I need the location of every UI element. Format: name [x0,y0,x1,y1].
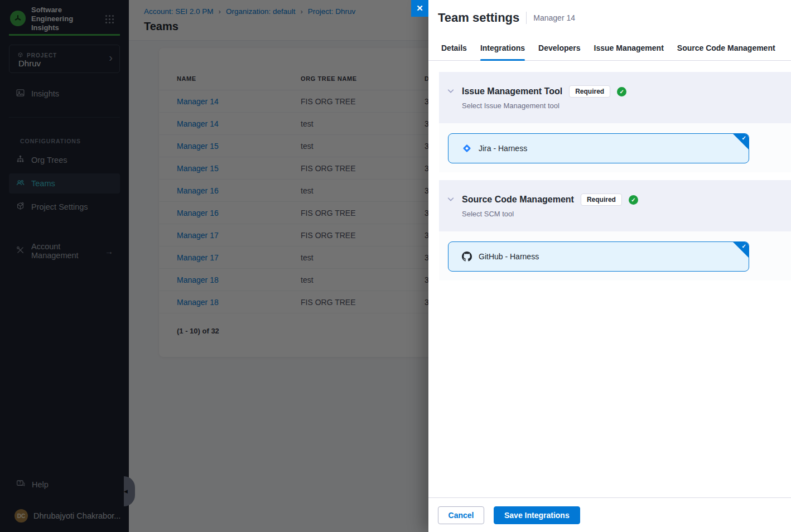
section-complete-check-icon: ✓ [629,195,638,205]
chevron-down-icon[interactable] [447,87,455,97]
jira-icon [462,143,472,153]
selected-corner [732,133,749,150]
drawer-subtitle: Manager 14 [533,13,575,22]
section-card-list: Jira - Harness ✓ [439,123,791,172]
section-complete-check-icon: ✓ [617,87,626,96]
tab-issue-management[interactable]: Issue Management [594,35,664,60]
drawer-body: Issue Management Tool Required ✓ Select … [428,61,791,280]
team-settings-drawer: Team settings Manager 14 Details Integra… [428,0,791,532]
issue-management-section: Issue Management Tool Required ✓ Select … [439,72,791,172]
drawer-footer: Cancel Save Integrations [428,497,791,532]
section-subtitle: Select SCM tool [462,210,638,218]
close-drawer-button[interactable]: ✕ [411,0,428,17]
drawer-tabs: Details Integrations Developers Issue Ma… [428,35,791,61]
cancel-button[interactable]: Cancel [438,506,484,524]
required-badge: Required [581,194,622,206]
selected-check-icon: ✓ [742,243,746,249]
section-card-list: GitHub - Harness ✓ [439,231,791,280]
title-divider [526,12,527,24]
integration-card-label: Jira - Harness [479,144,527,153]
drawer-title: Team settings [438,11,519,25]
section-title: Issue Management Tool [462,86,562,96]
section-title: Source Code Management [462,195,574,205]
modal-backdrop[interactable] [0,0,428,532]
tab-source-code-management[interactable]: Source Code Management [677,35,775,60]
integration-card-label: GitHub - Harness [479,252,539,261]
section-header: Issue Management Tool Required ✓ Select … [439,72,791,123]
tab-details[interactable]: Details [441,35,467,60]
source-code-management-section: Source Code Management Required ✓ Select… [439,180,791,280]
selected-check-icon: ✓ [742,135,746,141]
tab-integrations[interactable]: Integrations [480,35,525,60]
github-icon [462,252,472,262]
selected-corner [732,241,749,258]
section-subtitle: Select Issue Management tool [462,101,626,110]
drawer-header: Team settings Manager 14 [428,0,791,35]
integration-card-github[interactable]: GitHub - Harness ✓ [448,241,749,272]
tab-developers[interactable]: Developers [538,35,580,60]
required-badge: Required [569,85,610,98]
chevron-down-icon[interactable] [447,195,455,205]
integration-card-jira[interactable]: Jira - Harness ✓ [448,133,749,163]
close-icon: ✕ [416,3,423,13]
section-header: Source Code Management Required ✓ Select… [439,180,791,231]
save-integrations-button[interactable]: Save Integrations [494,506,580,524]
